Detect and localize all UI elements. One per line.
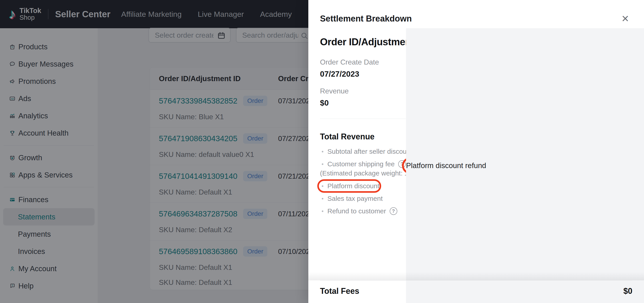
- panel-title: Settlement Breakdown: [320, 14, 412, 24]
- bullet-icon: [322, 185, 323, 187]
- help-icon[interactable]: ?: [390, 207, 397, 215]
- total-fees-row: Total Fees $0: [320, 280, 632, 303]
- total-fees-label: Total Fees: [320, 286, 359, 296]
- overlay-scrim[interactable]: [0, 0, 308, 303]
- bullet-icon: [322, 198, 323, 200]
- settlement-breakdown-panel: Settlement Breakdown ✕ Order ID/Adjustme…: [308, 0, 644, 303]
- bullet-icon: [322, 210, 323, 212]
- close-icon[interactable]: ✕: [621, 14, 629, 24]
- bullet-icon: [322, 151, 323, 152]
- bullet-icon: [322, 164, 323, 165]
- breakdown-list: Total Revenue$0Customer payment$15Subtot…: [320, 128, 632, 218]
- total-fees-value: $0: [624, 286, 632, 296]
- help-icon[interactable]: ?: [398, 160, 406, 168]
- breakdown-row-platform-discount-refund: Platform discount refund$-1: [406, 28, 644, 303]
